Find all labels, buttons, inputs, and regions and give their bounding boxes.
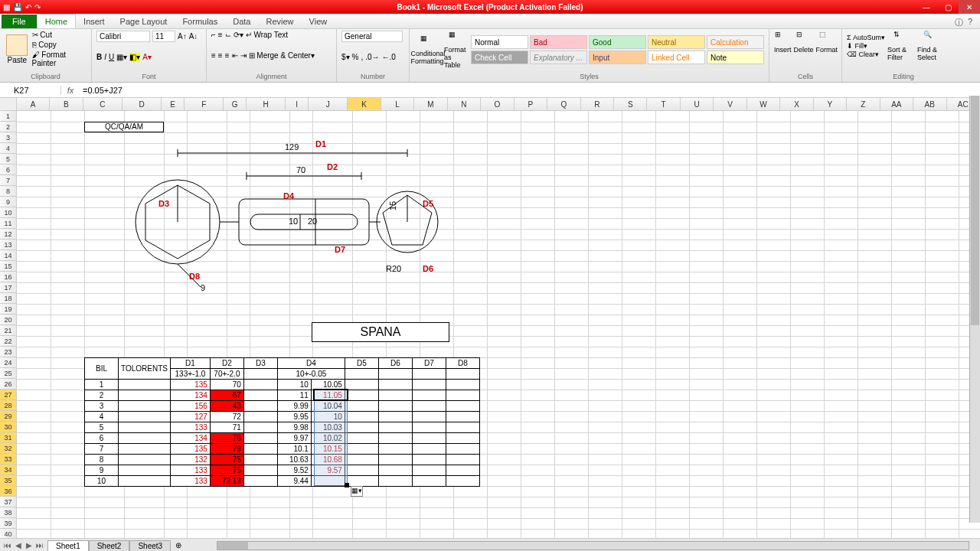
row-header-4[interactable]: 4 [0, 143, 17, 154]
row-header-23[interactable]: 23 [0, 347, 17, 357]
table-row[interactable]: 2134671111.05 [85, 390, 480, 401]
sheet-tab-2[interactable]: Sheet2 [89, 540, 130, 551]
align-center-icon[interactable]: ≡ [218, 51, 223, 60]
worksheet-grid[interactable]: ABCDEFGHIJKLMNOPQRSTUVWXYZAAABAC 1234567… [0, 98, 980, 538]
undo-icon[interactable]: ↶ [25, 3, 31, 11]
close-button[interactable]: ✕ [959, 0, 980, 14]
tab-page-layout[interactable]: Page Layout [113, 15, 175, 28]
font-color-button[interactable]: A▾ [142, 53, 152, 61]
col-header-G[interactable]: G [224, 98, 247, 110]
row-header-9[interactable]: 9 [0, 197, 17, 207]
font-size-input[interactable] [152, 31, 175, 42]
style-calculation[interactable]: Calculation [707, 35, 764, 49]
minimize-button[interactable]: — [916, 0, 937, 14]
sheet-nav-prev-icon[interactable]: ◀ [14, 541, 23, 549]
style-note[interactable]: Note [707, 51, 764, 64]
maximize-button[interactable]: ▢ [937, 0, 959, 14]
comma-icon[interactable]: , [361, 53, 363, 61]
sheet-tab-3[interactable]: Sheet3 [129, 540, 171, 551]
fill-button[interactable]: ⬇ Fill▾ [847, 42, 885, 50]
col-header-P[interactable]: P [514, 98, 547, 110]
conditional-formatting-button[interactable]: ▦Conditional Formatting [414, 34, 442, 65]
col-header-H[interactable]: H [247, 98, 286, 110]
style-explanatory[interactable]: Explanatory ... [530, 51, 587, 64]
row-header-20[interactable]: 20 [0, 315, 17, 325]
row-header-14[interactable]: 14 [0, 250, 17, 261]
col-header-Q[interactable]: Q [547, 98, 580, 110]
align-mid-icon[interactable]: ≡ [218, 31, 223, 39]
col-header-I[interactable]: I [286, 98, 309, 110]
row-header-17[interactable]: 17 [0, 282, 17, 293]
row-header-16[interactable]: 16 [0, 272, 17, 282]
delete-cells-button[interactable]: ⊟Delete [794, 31, 814, 54]
col-header-W[interactable]: W [747, 98, 780, 110]
col-header-N[interactable]: N [448, 98, 481, 110]
col-header-AA[interactable]: AA [880, 98, 913, 110]
row-header-27[interactable]: 27 [0, 390, 17, 400]
row-header-35[interactable]: 35 [0, 475, 17, 486]
select-all-corner[interactable] [0, 98, 17, 110]
row-header-15[interactable]: 15 [0, 261, 17, 272]
row-header-1[interactable]: 1 [0, 111, 17, 122]
number-format-select[interactable] [341, 31, 403, 42]
style-bad[interactable]: Bad [530, 35, 587, 49]
table-row[interactable]: 81327510.6310.68 [85, 455, 480, 465]
row-header-19[interactable]: 19 [0, 304, 17, 315]
col-header-R[interactable]: R [581, 98, 614, 110]
autosum-button[interactable]: Σ AutoSum▾ [847, 34, 885, 41]
font-name-input[interactable] [96, 31, 150, 42]
tab-review[interactable]: Review [258, 15, 301, 28]
tab-formulas[interactable]: Formulas [175, 15, 225, 28]
align-top-icon[interactable]: ⌐ [211, 31, 216, 39]
clear-button[interactable]: ⌫ Clear▾ [847, 51, 885, 58]
row-header-28[interactable]: 28 [0, 400, 17, 411]
row-header-13[interactable]: 13 [0, 240, 17, 250]
fx-icon[interactable]: fx [61, 86, 80, 95]
table-row[interactable]: 1013372.139.44 [85, 476, 480, 487]
align-left-icon[interactable]: ≡ [211, 51, 216, 60]
row-header-40[interactable]: 40 [0, 529, 17, 538]
row-header-30[interactable]: 30 [0, 422, 17, 432]
row-header-29[interactable]: 29 [0, 411, 17, 422]
new-sheet-icon[interactable]: ⊕ [171, 541, 186, 549]
col-header-U[interactable]: U [681, 98, 714, 110]
style-neutral[interactable]: Neutral [648, 35, 705, 49]
row-header-32[interactable]: 32 [0, 443, 17, 454]
style-check-cell[interactable]: Check Cell [471, 51, 528, 64]
table-row[interactable]: 71357910.110.15 [85, 444, 480, 455]
sort-filter-button[interactable]: ⇅Sort & Filter [887, 31, 915, 61]
row-header-34[interactable]: 34 [0, 465, 17, 475]
increase-font-icon[interactable]: A↑ [178, 32, 187, 41]
italic-button[interactable]: I [104, 53, 106, 61]
orientation-icon[interactable]: ⟳▾ [234, 31, 243, 39]
inc-decimal-icon[interactable]: .0→ [365, 53, 379, 61]
sheet-tab-1[interactable]: Sheet1 [47, 540, 89, 551]
insert-cells-button[interactable]: ⊞Insert [774, 31, 792, 54]
col-header-B[interactable]: B [50, 98, 83, 110]
decrease-font-icon[interactable]: A↓ [189, 32, 198, 41]
row-header-10[interactable]: 10 [0, 207, 17, 218]
style-linked-cell[interactable]: Linked Cell [648, 51, 705, 64]
tab-home[interactable]: Home [37, 14, 76, 28]
align-bot-icon[interactable]: ⌙ [225, 31, 231, 39]
indent-dec-icon[interactable]: ⇤ [232, 51, 238, 60]
table-row[interactable]: 1135701010.05 [85, 380, 480, 390]
row-header-36[interactable]: 36 [0, 486, 17, 497]
border-button[interactable]: ▦▾ [116, 53, 127, 61]
autofill-options-icon[interactable]: ▦▾ [351, 486, 363, 497]
paste-button[interactable]: Paste [5, 34, 30, 64]
col-header-T[interactable]: T [647, 98, 680, 110]
save-icon[interactable]: 💾 [13, 3, 22, 11]
col-header-V[interactable]: V [714, 98, 746, 110]
table-row[interactable]: 9133759.529.57 [85, 465, 480, 476]
col-header-J[interactable]: J [309, 98, 348, 110]
table-row[interactable]: 3156439.9910.04 [85, 401, 480, 412]
row-header-22[interactable]: 22 [0, 336, 17, 347]
format-as-table-button[interactable]: ▦Format as Table [444, 31, 469, 69]
currency-icon[interactable]: $▾ [341, 53, 350, 61]
percent-icon[interactable]: % [352, 53, 359, 61]
name-box[interactable]: K27 [0, 86, 61, 95]
row-header-26[interactable]: 26 [0, 379, 17, 390]
row-header-25[interactable]: 25 [0, 368, 17, 379]
col-header-X[interactable]: X [780, 98, 813, 110]
